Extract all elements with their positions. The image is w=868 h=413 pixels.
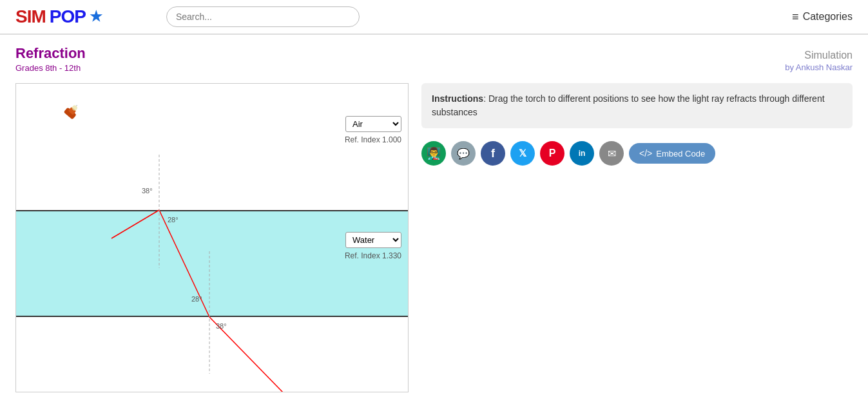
bottom-ref-index-label: Ref. Index 1.330 [345, 251, 401, 260]
classroom-icon: 👨‍🏫 [427, 146, 441, 160]
angle-incident: 38° [142, 187, 153, 195]
simulation-canvas[interactable]: 38° 28° 28° 38° Air Water Glass Diamond … [15, 83, 409, 392]
twitter-icon: 𝕏 [519, 148, 526, 159]
bottom-substance-container: Water Air Glass Diamond [345, 232, 401, 248]
page-meta-row: Refraction Grades 8th - 12th Simulation … [15, 45, 853, 73]
categories-nav[interactable]: ≡ Categories [792, 10, 853, 24]
bottom-section [16, 317, 408, 392]
sim-author: by Ankush Naskar [785, 62, 853, 72]
comment-icon: 💬 [457, 148, 470, 160]
angle-refracted-top: 28° [168, 216, 178, 224]
top-substance-select[interactable]: Air Water Glass Diamond [345, 116, 401, 132]
pinterest-icon: P [549, 148, 556, 159]
site-header: SIMPOP ★ ≡ Categories [0, 0, 868, 35]
sim-type-label: Simulation [785, 50, 853, 61]
main-area: 38° 28° 28° 38° Air Water Glass Diamond … [15, 83, 853, 392]
linkedin-icon: in [579, 149, 586, 158]
top-substance-container: Air Water Glass Diamond [345, 116, 401, 132]
embed-code-button[interactable]: </> Embed Code [629, 143, 715, 164]
top-ref-index-label: Ref. Index 1.000 [345, 135, 401, 144]
categories-label: Categories [803, 11, 853, 23]
page-content: Refraction Grades 8th - 12th Simulation … [0, 35, 868, 403]
angle-transmitted: 38° [216, 322, 227, 330]
svg-line-3 [76, 104, 78, 106]
embed-code-label: Embed Code [656, 149, 705, 158]
facebook-icon: f [491, 147, 495, 160]
bottom-substance-select[interactable]: Water Air Glass Diamond [345, 232, 401, 248]
sim-title: Refraction [15, 45, 853, 62]
water-section [16, 210, 408, 317]
logo-sim-text: SIM [15, 6, 46, 27]
pinterest-button[interactable]: P [540, 141, 564, 166]
hamburger-icon: ≡ [792, 10, 799, 24]
instructions-label: Instructions [432, 93, 483, 104]
twitter-button[interactable]: 𝕏 [510, 141, 535, 166]
instructions-text: : Drag the torch to different positions … [432, 93, 825, 117]
search-container [166, 6, 360, 27]
sim-meta: Simulation by Ankush Naskar [785, 50, 853, 72]
comment-button[interactable]: 💬 [451, 141, 476, 166]
torch-icon[interactable] [48, 98, 87, 137]
logo-pop-text: POP [50, 6, 86, 27]
embed-code-icon: </> [639, 148, 652, 158]
site-logo[interactable]: SIMPOP ★ [15, 6, 102, 27]
facebook-button[interactable]: f [481, 141, 505, 166]
email-icon: ✉ [608, 148, 616, 160]
instructions-box: Instructions: Drag the torch to differen… [421, 83, 853, 128]
sim-grade: Grades 8th - 12th [15, 63, 853, 73]
search-input[interactable] [166, 6, 360, 27]
logo-star-icon: ★ [90, 8, 102, 25]
right-panel: Instructions: Drag the torch to differen… [421, 83, 853, 392]
email-button[interactable]: ✉ [599, 141, 624, 166]
social-buttons: 👨‍🏫 💬 f 𝕏 P in ✉ [421, 141, 853, 166]
angle-refracted-bottom: 28° [191, 295, 202, 303]
google-classroom-button[interactable]: 👨‍🏫 [421, 141, 446, 166]
linkedin-button[interactable]: in [570, 141, 594, 166]
